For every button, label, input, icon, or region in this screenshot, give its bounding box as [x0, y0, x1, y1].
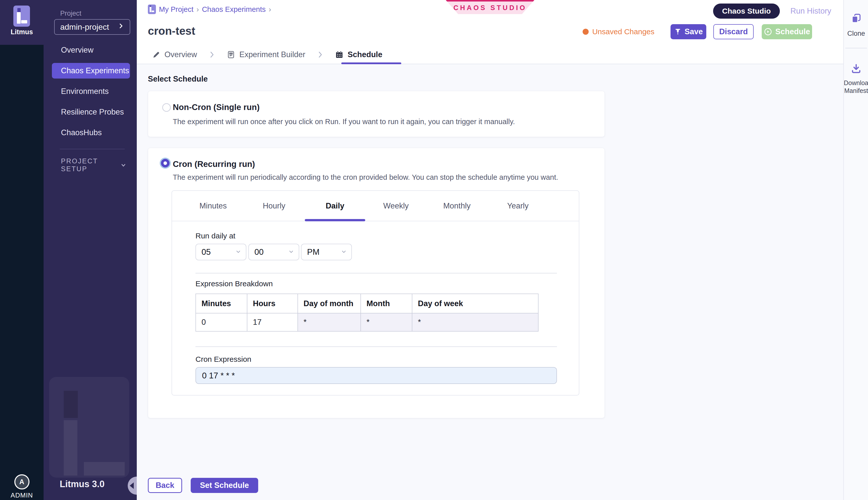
unsaved-changes-status: Unsaved Changes: [583, 27, 654, 36]
chevron-right-icon: [316, 49, 324, 60]
left-icon-rail: Litmus A ADMIN: [0, 0, 44, 500]
header-actions: Unsaved Changes Save Discard Schedule: [583, 24, 812, 39]
unsaved-dot-icon: [583, 29, 589, 35]
minute-select[interactable]: 00: [248, 244, 299, 260]
sidebar-divider: [60, 149, 125, 149]
builder-icon: [227, 50, 235, 59]
cron-radio[interactable]: [161, 159, 170, 168]
clone-button[interactable]: Clone: [844, 13, 868, 37]
expression-breakdown-table: Minutes Hours Day of month Month Day of …: [195, 294, 539, 332]
app-root: Litmus A ADMIN Project admin-project Ove…: [0, 0, 868, 500]
active-cron-tab-underline: [305, 219, 365, 221]
breadcrumb-separator: ›: [196, 5, 199, 14]
cron-tab-monthly[interactable]: Monthly: [427, 202, 487, 211]
studio-tabs: Overview Experiment Builder Schedule: [153, 46, 382, 64]
col-minutes: Minutes: [196, 294, 247, 313]
cron-tab-hourly[interactable]: Hourly: [244, 202, 305, 211]
triangle-left-icon: [130, 482, 134, 489]
view-toggle: Chaos Studio Run History: [713, 3, 831, 19]
breadcrumb: My Project › Chaos Experiments ›: [148, 4, 274, 14]
tab-schedule[interactable]: Schedule: [335, 50, 382, 59]
hour-select[interactable]: 05: [195, 244, 246, 260]
project-label: Project: [60, 10, 81, 18]
expression-breakdown-label: Expression Breakdown: [195, 280, 273, 288]
chevron-down-icon: [235, 247, 241, 257]
cron-tab-weekly[interactable]: Weekly: [365, 202, 427, 211]
cron-frequency-tabs: Minutes Hourly Daily Weekly Monthly Year…: [172, 191, 579, 221]
col-day-of-month: Day of month: [298, 294, 361, 313]
avatar[interactable]: A: [14, 474, 30, 489]
admin-block: A ADMIN: [0, 474, 44, 499]
save-button[interactable]: Save: [670, 24, 706, 39]
active-tab-underline: [341, 62, 401, 64]
sidebar-item-overview[interactable]: Overview: [52, 42, 130, 58]
cron-builder-panel: Minutes Hourly Daily Weekly Monthly Year…: [171, 190, 579, 396]
cron-tab-yearly[interactable]: Yearly: [487, 202, 548, 211]
right-action-rail: Clone Download Manifest: [843, 0, 868, 500]
litmus-mini-logo-icon: [148, 4, 156, 14]
logo-vbar: [17, 12, 21, 24]
play-circle-icon: [764, 27, 772, 36]
breadcrumb-chaos-experiments[interactable]: Chaos Experiments: [202, 5, 266, 14]
toggle-run-history[interactable]: Run History: [790, 7, 831, 15]
cron-tab-minutes[interactable]: Minutes: [183, 202, 244, 211]
logo-hbar: [21, 20, 27, 23]
breadcrumb-separator: ›: [269, 5, 271, 14]
cron-tab-daily[interactable]: Daily: [305, 202, 365, 211]
sidebar-item-environments[interactable]: Environments: [52, 83, 130, 99]
chevron-down-icon: [121, 161, 126, 169]
chevron-down-icon: [288, 247, 294, 257]
chevron-right-icon: [208, 49, 216, 60]
project-selector[interactable]: admin-project: [54, 19, 130, 35]
non-cron-radio[interactable]: [162, 103, 171, 112]
calendar-icon: [335, 50, 343, 59]
chaos-studio-ribbon: CHAOS STUDIO: [446, 0, 534, 14]
chevron-down-icon: [341, 247, 347, 257]
cron-expression-label: Cron Expression: [195, 355, 251, 364]
download-icon: [850, 63, 862, 75]
non-cron-option-card: Non-Cron (Single run) The experiment wil…: [148, 91, 605, 137]
value-day-of-week: *: [412, 313, 538, 331]
cron-option-card: Cron (Recurring run) The experiment will…: [148, 148, 605, 418]
sidebar-item-chaoshubs[interactable]: ChaosHubs: [52, 125, 130, 140]
litmus-watermark: [49, 377, 129, 478]
tab-overview[interactable]: Overview: [153, 50, 197, 59]
toggle-chaos-studio[interactable]: Chaos Studio: [713, 3, 780, 19]
col-hours: Hours: [247, 294, 298, 313]
admin-label: ADMIN: [0, 491, 44, 499]
discard-button[interactable]: Discard: [713, 24, 754, 39]
col-month: Month: [361, 294, 412, 313]
rail-top: Litmus: [0, 0, 44, 45]
tab-experiment-builder[interactable]: Experiment Builder: [227, 50, 305, 59]
pencil-icon: [153, 50, 160, 59]
non-cron-description: The experiment will run once after you c…: [173, 117, 515, 126]
divider: [195, 346, 557, 347]
run-daily-at-label: Run daily at: [195, 231, 235, 240]
version-label: Litmus 3.0: [60, 479, 104, 489]
breadcrumb-my-project[interactable]: My Project: [159, 5, 193, 14]
set-schedule-button[interactable]: Set Schedule: [191, 478, 258, 493]
litmus-logo-icon[interactable]: [13, 5, 30, 27]
pin-icon: [674, 28, 681, 35]
clone-icon: [850, 13, 862, 24]
sidebar-item-chaos-experiments[interactable]: Chaos Experiments: [52, 63, 130, 79]
value-hours: 17: [247, 313, 298, 331]
sidebar-item-resilience-probes[interactable]: Resilience Probes: [52, 104, 130, 120]
table-value-row: 0 17 * * *: [196, 313, 538, 331]
footer-actions: Back Set Schedule: [148, 478, 258, 493]
chevron-right-icon: [117, 22, 124, 32]
cron-description: The experiment will run periodically acc…: [173, 173, 558, 182]
page-title: cron-test: [148, 25, 195, 37]
meridiem-select[interactable]: PM: [301, 244, 352, 260]
download-manifest-button[interactable]: Download Manifest: [844, 63, 868, 95]
project-setup-section[interactable]: PROJECT SETUP: [61, 157, 126, 173]
cron-title: Cron (Recurring run): [173, 159, 255, 169]
brand-name: Litmus: [0, 28, 44, 36]
back-button[interactable]: Back: [148, 478, 182, 493]
project-setup-label: PROJECT SETUP: [61, 157, 113, 173]
select-schedule-heading: Select Schedule: [148, 75, 208, 83]
non-cron-title: Non-Cron (Single run): [173, 102, 260, 112]
schedule-button[interactable]: Schedule: [762, 24, 812, 39]
col-day-of-week: Day of week: [412, 294, 538, 313]
cron-expression-input[interactable]: 0 17 * * *: [195, 367, 557, 384]
